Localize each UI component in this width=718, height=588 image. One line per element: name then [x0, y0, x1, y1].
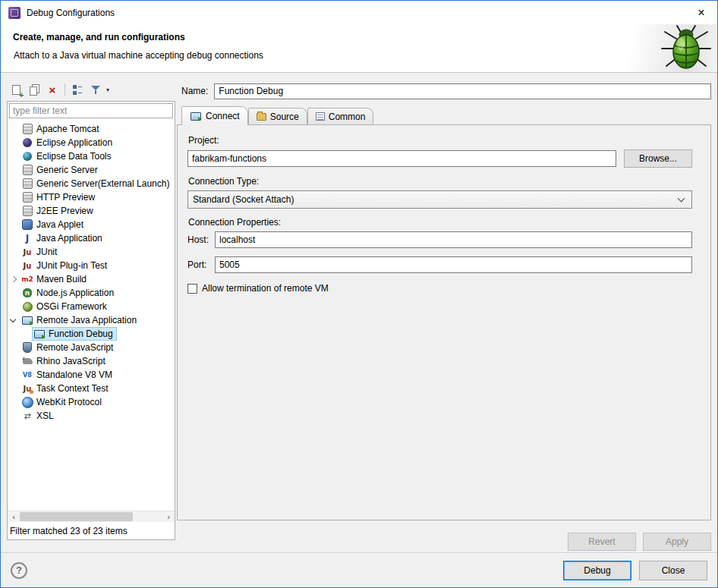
- scroll-right-icon[interactable]: ›: [162, 511, 175, 522]
- tree-item[interactable]: Apache Tomcat: [8, 122, 175, 136]
- tree-item[interactable]: Function Debug: [8, 327, 175, 341]
- common-tab-icon: [316, 112, 325, 121]
- generic-server-external-icon: [21, 178, 33, 190]
- arrow-spacer: [8, 409, 20, 423]
- filter-configurations-button[interactable]: [88, 82, 103, 97]
- project-input[interactable]: [187, 150, 616, 167]
- chevron-down-icon: [678, 195, 685, 203]
- tab-common[interactable]: Common: [307, 108, 374, 124]
- new-configuration-button[interactable]: [8, 82, 24, 97]
- scrollbar-thumb[interactable]: [20, 512, 133, 521]
- tab-content-connect: Project: Browse... Connection Type: Stan…: [177, 124, 711, 520]
- configuration-tree: Apache TomcatEclipse ApplicationEclipse …: [8, 120, 175, 511]
- tree-item-label: Apache Tomcat: [36, 122, 99, 136]
- scrollbar-track[interactable]: [20, 511, 162, 522]
- tree-item[interactable]: Remote JavaScript: [8, 341, 175, 354]
- tree-item[interactable]: JuJUnit: [8, 245, 175, 259]
- duplicate-icon: [29, 84, 40, 96]
- expand-arrow-icon[interactable]: [8, 272, 20, 286]
- tree-item[interactable]: JuJUnit Plug-in Test: [8, 259, 175, 272]
- port-input[interactable]: [215, 256, 692, 273]
- delete-configuration-button[interactable]: [45, 82, 60, 97]
- tree-item[interactable]: nNode.js Application: [8, 286, 175, 300]
- host-input[interactable]: [215, 231, 692, 248]
- tree-item-label: Standalone V8 VM: [36, 368, 112, 382]
- tree-item[interactable]: JuTask Context Test: [8, 382, 175, 395]
- close-button[interactable]: Close: [639, 561, 707, 580]
- scroll-left-icon[interactable]: ‹: [8, 511, 20, 522]
- tree-item-label: HTTP Preview: [36, 190, 95, 204]
- collapse-arrow-icon[interactable]: [8, 313, 20, 327]
- name-input[interactable]: [214, 83, 711, 99]
- generic-server-icon: [21, 164, 33, 176]
- configuration-editor: Name: Connect Source Common Project: Bro…: [177, 80, 711, 551]
- tree-item[interactable]: Java Applet: [8, 218, 175, 231]
- tree-item[interactable]: V8Standalone V8 VM: [8, 368, 175, 382]
- arrow-spacer: [8, 149, 20, 163]
- tree-item-content: JJava Application: [20, 231, 106, 245]
- revert-button[interactable]: Revert: [568, 533, 636, 551]
- collapse-all-button[interactable]: [70, 82, 85, 97]
- tree-item-content: Eclipse Data Tools: [20, 149, 115, 163]
- filter-input[interactable]: [9, 103, 173, 118]
- tree-item-content: JuJUnit: [20, 245, 61, 259]
- tree-item-content: V8Standalone V8 VM: [20, 368, 116, 382]
- title-bar: Debug Configurations: [1, 1, 717, 24]
- tree-item-content: Remote JavaScript: [20, 341, 117, 354]
- arrow-spacer: [8, 218, 20, 231]
- tree-item[interactable]: Rhino JavaScript: [8, 354, 175, 368]
- help-icon[interactable]: [11, 562, 27, 579]
- tree-item[interactable]: Generic Server(External Launch): [8, 177, 175, 190]
- debug-button[interactable]: Debug: [563, 561, 631, 580]
- arrow-spacer: [8, 382, 20, 395]
- java-applet-icon: [21, 219, 33, 231]
- arrow-spacer: [8, 204, 20, 218]
- tab-source-label: Source: [270, 112, 299, 122]
- tree-item-label: XSL: [36, 409, 54, 423]
- tree-item[interactable]: m2Maven Build: [8, 272, 175, 286]
- tree-item[interactable]: ⇄XSL: [8, 409, 175, 423]
- tree-item-content: Generic Server(External Launch): [20, 177, 173, 190]
- tree-item-content: HTTP Preview: [20, 190, 99, 204]
- tab-source[interactable]: Source: [248, 108, 307, 124]
- tree-item-label: Java Applet: [36, 218, 83, 231]
- duplicate-configuration-button[interactable]: [27, 82, 42, 97]
- tree-item[interactable]: Generic Server: [8, 163, 175, 177]
- tree-item[interactable]: WebKit Protocol: [8, 395, 175, 409]
- eclipse-application-icon: [21, 137, 33, 149]
- osgi-icon: [21, 300, 33, 313]
- connection-type-select[interactable]: Standard (Socket Attach): [187, 190, 692, 209]
- tree-item-content: JuJUnit Plug-in Test: [20, 259, 111, 272]
- footer-bar: Debug Close: [1, 552, 717, 587]
- tree-item-content: ⇄XSL: [20, 409, 58, 423]
- allow-termination-checkbox[interactable]: [187, 284, 197, 294]
- webkit-icon: [21, 396, 33, 408]
- tree-item-label: WebKit Protocol: [36, 395, 102, 409]
- tree-item-content: OSGi Framework: [20, 300, 111, 313]
- apply-button[interactable]: Apply: [643, 533, 711, 551]
- tree-item[interactable]: Eclipse Data Tools: [8, 149, 175, 163]
- tree-item[interactable]: J2EE Preview: [8, 204, 175, 218]
- tree-item[interactable]: Remote Java Application: [8, 313, 175, 327]
- tree-item-content: J2EE Preview: [20, 204, 97, 218]
- tab-connect[interactable]: Connect: [181, 106, 248, 125]
- remote-javascript-icon: [21, 341, 33, 354]
- tab-connect-label: Connect: [206, 111, 240, 121]
- tree-item[interactable]: OSGi Framework: [8, 300, 175, 313]
- tree-item-label: Eclipse Application: [36, 136, 112, 149]
- browse-button[interactable]: Browse...: [624, 149, 692, 168]
- filter-menu-caret-icon[interactable]: ▾: [106, 86, 109, 93]
- tree-item-label: Eclipse Data Tools: [36, 149, 112, 163]
- arrow-spacer: [8, 245, 20, 259]
- tree-item[interactable]: Eclipse Application: [8, 136, 175, 149]
- http-preview-icon: [21, 191, 33, 203]
- close-window-icon[interactable]: [685, 1, 717, 24]
- tree-item[interactable]: JJava Application: [8, 231, 175, 245]
- host-label: Host:: [187, 234, 215, 245]
- arrow-spacer: [8, 163, 20, 177]
- maven-icon: m2: [21, 273, 33, 285]
- tree-item-label: OSGi Framework: [36, 300, 107, 313]
- arrow-spacer: [8, 122, 20, 136]
- rhino-icon: [21, 355, 33, 367]
- tree-item[interactable]: HTTP Preview: [8, 190, 175, 204]
